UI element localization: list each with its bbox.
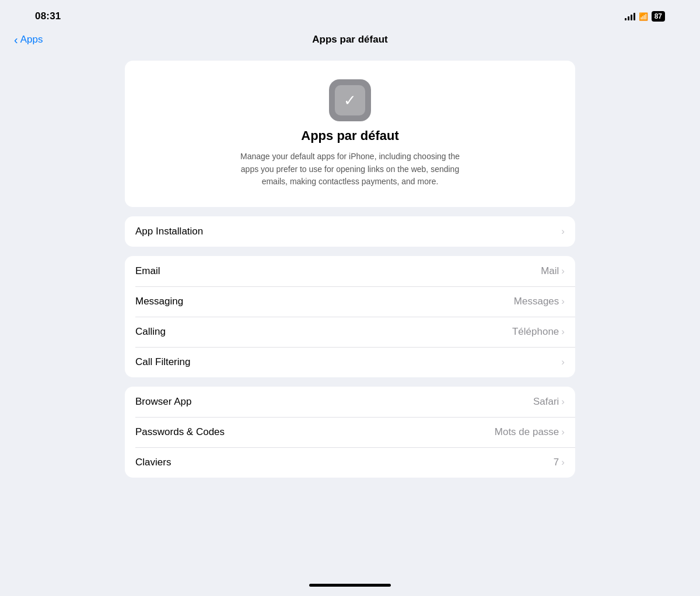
email-chevron-icon: › (561, 265, 565, 277)
chevron-icon: › (561, 226, 565, 237)
passwords-value: Mots de passe (495, 426, 559, 438)
communication-section: Email Mail › Messaging Messages › Callin… (125, 256, 575, 377)
phone-frame: 08:31 📶 87 ‹ Apps Apps par défaut (0, 0, 700, 596)
app-installation-row[interactable]: App Installation › (125, 216, 575, 247)
content-area: ✓ Apps par défaut Manage your default ap… (111, 55, 589, 501)
row-label: App Installation (135, 226, 203, 237)
hero-description: Manage your default apps for iPhone, inc… (239, 150, 461, 188)
email-label: Email (135, 265, 160, 277)
claviers-row[interactable]: Claviers 7 › (125, 447, 575, 478)
messaging-right: Messages › (514, 296, 565, 307)
home-indicator (309, 584, 391, 587)
calling-right: Téléphone › (512, 326, 565, 338)
email-value: Mail (541, 265, 559, 277)
messaging-value: Messages (514, 296, 559, 307)
call-filtering-row[interactable]: Call Filtering › (125, 347, 575, 377)
messaging-chevron-icon: › (561, 296, 565, 307)
passwords-row[interactable]: Passwords & Codes Mots de passe › (125, 417, 575, 447)
app-installation-section: App Installation › (125, 216, 575, 247)
status-icons: 📶 87 (625, 11, 665, 22)
signal-bars-icon (625, 13, 635, 20)
nav-bar: ‹ Apps Apps par défaut (0, 29, 700, 55)
call-filtering-right: › (561, 356, 565, 368)
hero-card: ✓ Apps par défaut Manage your default ap… (125, 61, 575, 207)
messaging-label: Messaging (135, 296, 183, 307)
checkmark-icon: ✓ (344, 93, 356, 108)
row-right: › (561, 226, 565, 237)
calling-row[interactable]: Calling Téléphone › (125, 317, 575, 347)
claviers-chevron-icon: › (561, 457, 565, 468)
calling-label: Calling (135, 326, 166, 338)
status-bar: 08:31 📶 87 (0, 0, 700, 29)
call-filtering-label: Call Filtering (135, 356, 190, 368)
email-right: Mail › (541, 265, 565, 277)
browser-section: Browser App Safari › Passwords & Codes M… (125, 387, 575, 478)
passwords-right: Mots de passe › (495, 426, 565, 438)
status-time: 08:31 (35, 10, 61, 22)
email-row[interactable]: Email Mail › (125, 256, 575, 286)
calling-chevron-icon: › (561, 326, 565, 338)
claviers-right: 7 › (554, 457, 565, 468)
browser-app-row[interactable]: Browser App Safari › (125, 387, 575, 417)
passwords-chevron-icon: › (561, 426, 565, 438)
calling-value: Téléphone (512, 326, 559, 338)
hero-title: Apps par défaut (301, 128, 398, 143)
browser-app-value: Safari (533, 396, 559, 408)
claviers-label: Claviers (135, 457, 171, 468)
browser-app-chevron-icon: › (561, 396, 565, 408)
call-filtering-chevron-icon: › (561, 356, 565, 368)
claviers-value: 7 (554, 457, 559, 468)
back-chevron-icon: ‹ (14, 34, 18, 45)
back-button[interactable]: ‹ Apps (14, 34, 43, 45)
messaging-row[interactable]: Messaging Messages › (125, 286, 575, 317)
wifi-icon: 📶 (639, 12, 648, 21)
browser-app-label: Browser App (135, 396, 191, 408)
back-label: Apps (20, 34, 43, 45)
browser-app-right: Safari › (533, 396, 565, 408)
page-title: Apps par défaut (312, 34, 387, 45)
hero-icon: ✓ (329, 79, 371, 121)
battery-icon: 87 (652, 11, 665, 22)
passwords-label: Passwords & Codes (135, 426, 225, 438)
